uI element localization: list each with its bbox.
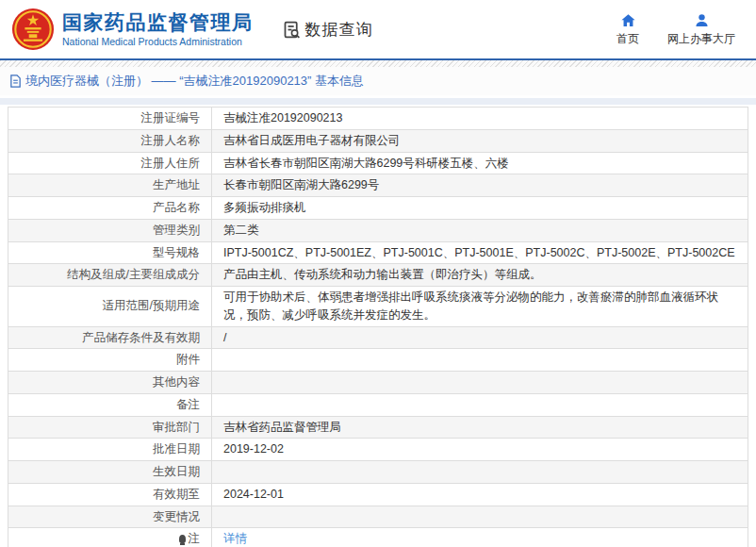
table-row: 产品名称多频振动排痰机 [8,197,748,220]
table-row: 注册证编号吉械注准20192090213 [8,108,748,130]
table-row: 批准日期2019-12-02 [8,439,748,461]
data-query-link[interactable]: 数据查询 [282,19,373,41]
row-label: 注册人名称 [8,129,212,152]
row-label: 注 [8,528,212,547]
row-label: 附件 [8,349,212,372]
site-header: 国家药品监督管理局 National Medical Products Admi… [0,0,756,58]
table-row: 变更情况 [8,506,748,528]
row-value: / [212,326,748,349]
row-label: 产品名称 [8,197,212,220]
table-row: 注详情 [8,528,748,547]
table-row: 其他内容 [8,372,748,394]
row-value: 吉械注准20192090213 [212,108,748,130]
row-value [212,506,748,528]
table-row: 附件 [8,349,748,372]
breadcrumb-text: 境内医疗器械（注册） —— “吉械注准20192090213” 基本信息 [25,73,364,90]
row-value: 吉林省药品监督管理局 [212,416,748,439]
table-row: 结构及组成/主要组成成分产品由主机、传动系统和动力输出装置（即治疗头）等组成。 [8,264,748,287]
row-value: 产品由主机、传动系统和动力输出装置（即治疗头）等组成。 [212,264,748,287]
section-divider [0,98,756,105]
table-row: 生效日期 [8,461,748,484]
document-icon [9,75,22,88]
nav-service-hall-label: 网上办事大厅 [667,31,735,47]
table-row: 产品储存条件及有效期/ [8,326,748,349]
row-label: 生效日期 [8,461,212,484]
breadcrumb: 境内医疗器械（注册） —— “吉械注准20192090213” 基本信息 [0,67,756,95]
row-label: 注册证编号 [8,108,212,130]
national-emblem-icon [11,8,55,51]
person-icon [694,12,710,28]
table-row: 备注 [8,393,748,416]
lightbulb-icon [179,535,186,543]
info-table: 注册证编号吉械注准20192090213注册人名称吉林省日成医用电子器材有限公司… [8,107,748,547]
table-row: 审批部门吉林省药品监督管理局 [8,416,748,439]
table-row: 注册人住所吉林省长春市朝阳区南湖大路6299号科研楼五楼、六楼 [8,152,748,174]
row-label: 管理类别 [8,219,212,241]
row-label: 生产地址 [8,174,212,197]
nav-home[interactable]: 首页 [616,12,639,47]
hatch-divider [0,60,756,67]
row-value [212,461,748,484]
data-query-label: 数据查询 [305,19,373,41]
row-value: 详情 [212,528,748,547]
details-link[interactable]: 详情 [223,532,247,545]
nav-home-label: 首页 [616,31,639,47]
site-title-en: National Medical Products Administration [62,36,254,47]
row-value: 第二类 [212,219,748,241]
home-icon [620,12,636,28]
row-label: 审批部门 [8,416,212,439]
row-label: 注册人住所 [8,152,212,174]
row-label: 结构及组成/主要组成成分 [8,264,212,287]
row-value: 长春市朝阳区南湖大路6299号 [212,174,748,197]
row-label: 型号规格 [8,241,212,264]
nav-service-hall[interactable]: 网上办事大厅 [667,12,735,47]
row-label: 变更情况 [8,506,212,528]
brand-titles: 国家药品监督管理局 National Medical Products Admi… [62,11,254,47]
row-label: 产品储存条件及有效期 [8,326,212,349]
info-table-body: 注册证编号吉械注准20192090213注册人名称吉林省日成医用电子器材有限公司… [8,108,748,547]
row-label: 有效期至 [8,483,212,506]
site-title-cn: 国家药品监督管理局 [62,11,254,34]
nmpa-logo: 国家药品监督管理局 National Medical Products Admi… [11,8,254,51]
registration-info: 注册证编号吉械注准20192090213注册人名称吉林省日成医用电子器材有限公司… [8,107,748,547]
row-value [212,393,748,416]
row-value: 吉林省长春市朝阳区南湖大路6299号科研楼五楼、六楼 [212,152,748,174]
table-row: 管理类别第二类 [8,219,748,241]
row-label: 适用范围/预期用途 [8,287,212,327]
row-label: 批准日期 [8,439,212,461]
row-value [212,372,748,394]
table-row: 适用范围/预期用途可用于协助术后、体弱患者增强排出呼吸系统痰液等分泌物的能力，改… [8,287,748,327]
row-value: 吉林省日成医用电子器材有限公司 [212,129,748,152]
row-value: 2019-12-02 [212,439,748,461]
row-value: 2024-12-01 [212,483,748,506]
table-row: 型号规格IPTJ-5001CZ、PTJ-5001EZ、PTJ-5001C、PTJ… [8,241,748,264]
row-label: 其他内容 [8,372,212,394]
row-label: 备注 [8,393,212,416]
table-row: 生产地址长春市朝阳区南湖大路6299号 [8,174,748,197]
top-nav: 首页 网上办事大厅 [616,12,735,47]
table-row: 注册人名称吉林省日成医用电子器材有限公司 [8,129,748,152]
row-value: IPTJ-5001CZ、PTJ-5001EZ、PTJ-5001C、PTJ-500… [212,241,748,264]
table-row: 有效期至2024-12-01 [8,483,748,506]
document-search-icon [282,20,302,40]
row-value [212,349,748,372]
row-value: 多频振动排痰机 [212,197,748,220]
row-value: 可用于协助术后、体弱患者增强排出呼吸系统痰液等分泌物的能力，改善瘀滞的肺部血液循… [212,287,748,327]
